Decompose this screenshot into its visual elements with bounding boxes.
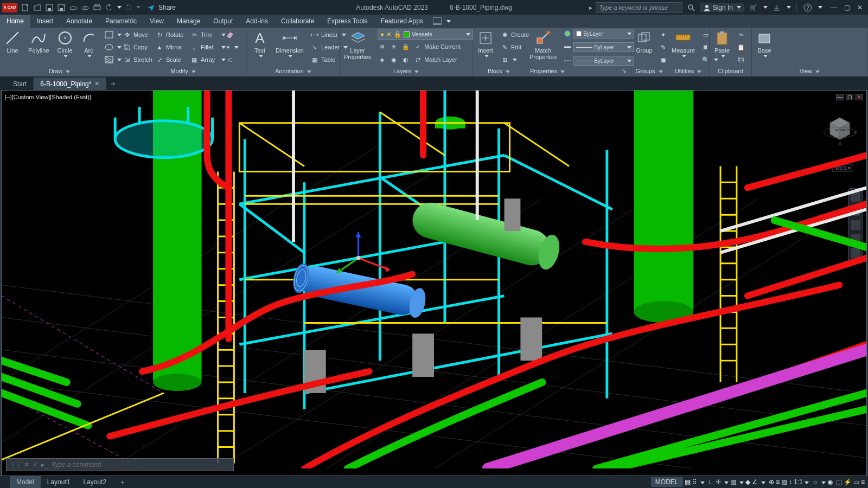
tab-insert[interactable]: Insert	[30, 15, 60, 28]
model-tab[interactable]: Model	[10, 476, 41, 488]
layer-properties-button[interactable]: Layer Properties	[343, 29, 372, 61]
insert-button[interactable]: Insert	[476, 29, 495, 59]
close-tab-icon[interactable]: ✕	[94, 80, 99, 87]
match-properties-button[interactable]: Match Properties	[528, 29, 558, 61]
hw-accel-icon[interactable]: ⚡	[844, 478, 852, 486]
open-icon[interactable]	[32, 2, 43, 13]
panel-toggle-button[interactable]	[433, 17, 442, 25]
dynamic-input-icon[interactable]: ⊕	[769, 478, 774, 486]
rectangle-icon[interactable]	[105, 29, 122, 41]
customize-icon[interactable]: ≡	[861, 478, 865, 486]
make-current-button[interactable]: ✓Make Current	[413, 41, 461, 53]
layer-tool5-icon[interactable]: ◉	[390, 54, 398, 66]
snap-dropdown-icon[interactable]	[699, 478, 705, 486]
ellipse-icon[interactable]	[105, 41, 122, 53]
undo-icon[interactable]	[104, 2, 114, 13]
layer-tool4-icon[interactable]: ◈	[378, 54, 386, 66]
help-icon[interactable]: ?	[802, 2, 813, 13]
signin-button[interactable]: Sign In	[700, 3, 744, 12]
file-tab[interactable]: 6-B-1000_Piping*✕	[34, 78, 106, 91]
paste-button[interactable]: Paste	[713, 29, 731, 59]
otrack-icon[interactable]: ∠	[752, 478, 758, 486]
ungroup-icon[interactable]: ✦	[659, 29, 668, 41]
move-button[interactable]: ✥Move	[123, 29, 155, 41]
cloud-open-icon[interactable]	[68, 2, 79, 13]
explode-icon[interactable]: ✴	[226, 41, 239, 53]
command-line[interactable]: ⋮⋮ ✕ ✓ ▸_	[6, 458, 234, 471]
tab-annotate[interactable]: Annotate	[60, 15, 99, 28]
measure-button[interactable]: Measure	[671, 29, 696, 59]
snap-icon[interactable]: ⠿	[692, 478, 697, 486]
text-button[interactable]: AText	[251, 29, 269, 59]
ortho-icon[interactable]: ∟	[708, 478, 714, 486]
save-icon[interactable]	[44, 2, 55, 13]
new-icon[interactable]	[20, 2, 31, 13]
offset-icon[interactable]: ⊂	[226, 54, 239, 66]
minimize-button[interactable]: —	[829, 3, 839, 12]
group-button[interactable]: Group	[635, 29, 654, 55]
paste-special-icon[interactable]: ⿻	[737, 54, 745, 66]
plot-icon[interactable]	[92, 2, 103, 13]
match-layer-button[interactable]: ⇄Match Layer	[413, 54, 457, 66]
linetype-selector[interactable]: ByLayer	[573, 56, 634, 66]
tab-view[interactable]: View	[143, 15, 170, 28]
space-toggle[interactable]: MODEL	[651, 477, 683, 487]
transparency-icon[interactable]: ▨	[781, 478, 787, 486]
share-label[interactable]: Share	[158, 4, 176, 11]
dimension-button[interactable]: Dimension	[275, 29, 305, 59]
line-button[interactable]: Line	[3, 29, 22, 55]
cart-dropdown-icon[interactable]	[763, 6, 768, 9]
tab-home[interactable]: Home	[0, 15, 30, 28]
copy-clip-icon[interactable]: 📋	[737, 41, 745, 53]
layer-tool2-icon[interactable]: ☀	[390, 41, 398, 53]
search-icon[interactable]	[686, 2, 697, 13]
ws-switch-icon[interactable]: ☼	[812, 478, 818, 486]
copy-button[interactable]: ⿻Copy	[123, 41, 155, 53]
tab-output[interactable]: Output	[207, 15, 239, 28]
isodraft-dropdown-icon[interactable]	[738, 478, 744, 486]
command-input[interactable]	[52, 461, 230, 468]
clean-screen-icon[interactable]: ▭	[853, 478, 859, 486]
scale-button[interactable]: ⤢Scale	[155, 54, 190, 66]
fillet-button[interactable]: ◟Fillet	[190, 41, 226, 53]
layer-tool3-icon[interactable]: 🔒	[401, 41, 410, 53]
recent-cmd-icon[interactable]: ✓	[33, 461, 38, 468]
cut-icon[interactable]: ✂	[737, 29, 745, 41]
share-plane-icon[interactable]	[145, 2, 156, 13]
saveas-icon[interactable]	[56, 2, 67, 13]
drawing-viewport[interactable]: [−][Custom View][Shaded (Fast)] — ▢ ✕ FR…	[1, 90, 867, 476]
isolate-icon[interactable]: ⬚	[836, 478, 842, 486]
close-button[interactable]: ✕	[855, 3, 865, 12]
hatch-icon[interactable]	[105, 54, 122, 66]
base-button[interactable]: Base	[755, 29, 774, 59]
tab-collaborate[interactable]: Collaborate	[275, 15, 321, 28]
osnap-icon[interactable]: ◆	[745, 478, 750, 486]
panel-toggle-dropdown-icon[interactable]	[446, 20, 451, 23]
stretch-button[interactable]: ⇲Stretch	[123, 54, 155, 66]
layer-tool1-icon[interactable]: ❄	[378, 41, 386, 53]
rotate-button[interactable]: ↻Rotate	[155, 29, 190, 41]
group-bbox-icon[interactable]: ▣	[659, 54, 668, 66]
color-selector[interactable]: ByLayer	[573, 29, 634, 38]
tab-express[interactable]: Express Tools	[321, 15, 374, 28]
redo-icon[interactable]	[123, 2, 133, 13]
group-edit-icon[interactable]: ✎	[659, 41, 668, 53]
layout1-tab[interactable]: Layout1	[41, 476, 77, 488]
undo-dropdown-icon[interactable]	[117, 6, 122, 9]
erase-icon[interactable]	[226, 29, 239, 41]
layer-tool6-icon[interactable]: ◐	[401, 54, 410, 66]
redo-dropdown-icon[interactable]	[136, 6, 141, 9]
add-layout-button[interactable]: ＋	[113, 476, 132, 488]
maximize-button[interactable]: ▢	[842, 3, 852, 12]
appstore-dropdown-icon[interactable]	[787, 6, 791, 9]
ws-dropdown-icon[interactable]	[820, 478, 826, 486]
layout2-tab[interactable]: Layout2	[76, 476, 113, 488]
grid-icon[interactable]: ▦	[685, 478, 691, 486]
isodraft-icon[interactable]: ▧	[730, 478, 736, 486]
array-button[interactable]: ▦Array	[190, 54, 226, 66]
polyline-button[interactable]: Polyline	[27, 29, 50, 55]
search-input[interactable]: Type a keyword or phrase	[596, 2, 682, 13]
anno-scale-icon[interactable]: ↕	[789, 478, 792, 486]
polar-icon[interactable]: ✛	[716, 478, 721, 486]
anno-monitor-icon[interactable]: ◉	[827, 478, 833, 486]
